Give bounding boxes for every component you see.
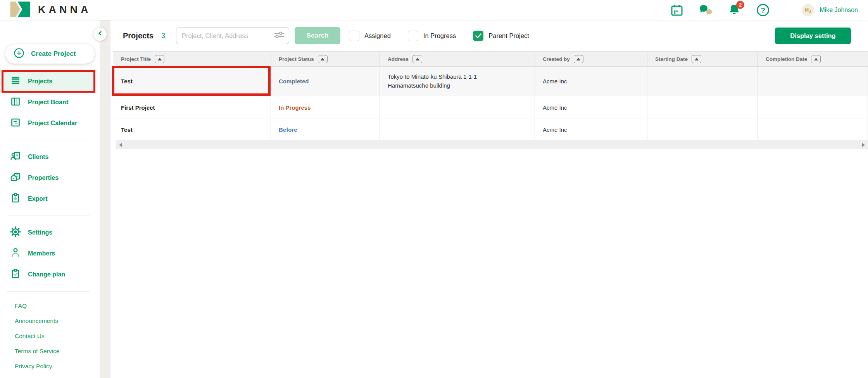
- sort-ascending-icon: [158, 58, 162, 60]
- sort-button[interactable]: [692, 55, 701, 63]
- cell-address: [380, 119, 535, 140]
- create-project-button[interactable]: Create Project: [5, 44, 95, 64]
- sort-button[interactable]: [412, 55, 422, 63]
- top-bar: KANNA 2: [0, 0, 868, 20]
- cell-project-title: Test: [113, 67, 271, 96]
- sidebar-item-label: Members: [28, 250, 55, 257]
- cell-created-by: Acme Inc: [535, 119, 647, 140]
- sort-ascending-icon: [695, 58, 699, 60]
- checkbox-unchecked-icon[interactable]: [349, 31, 359, 41]
- sidebar-item-export[interactable]: Export: [0, 188, 95, 209]
- page-title: Projects: [123, 31, 154, 40]
- topbar-divider: [786, 3, 786, 17]
- sidebar: Create Project Projects: [0, 20, 100, 378]
- sort-button[interactable]: [318, 55, 328, 63]
- help-icon[interactable]: ?: [756, 3, 770, 17]
- sort-ascending-icon: [814, 58, 818, 60]
- sort-button[interactable]: [811, 55, 821, 63]
- column-header-created-by: Created by: [535, 52, 647, 66]
- cell-address: Tokyo-to Minato-ku Shibaura 1-1-1 Hamama…: [380, 67, 535, 96]
- cell-completion-date: [758, 119, 868, 140]
- board-columns-icon: [10, 96, 21, 109]
- filter-in-progress[interactable]: In Progress: [408, 31, 456, 41]
- projects-list-icon: [10, 75, 21, 88]
- calendar-icon[interactable]: [670, 3, 684, 17]
- clipboard-check-icon: [10, 268, 21, 281]
- cell-completion-date: [758, 96, 868, 119]
- sidebar-item-label: Change plan: [28, 271, 65, 278]
- user-menu[interactable]: MJ Mike Johnson: [802, 4, 858, 16]
- sidebar-divider: [7, 291, 90, 292]
- cell-starting-date: [647, 119, 758, 140]
- checkbox-checked-icon[interactable]: [473, 31, 483, 41]
- kanna-logo-icon: [10, 2, 30, 19]
- link-announcements[interactable]: Announcements: [15, 313, 100, 328]
- search-input[interactable]: [182, 32, 271, 40]
- column-header-project-title: Project Title: [113, 52, 271, 66]
- filter-parent-project[interactable]: Parent Project: [473, 31, 529, 41]
- sort-button[interactable]: [574, 55, 583, 63]
- filter-label: Parent Project: [488, 32, 529, 40]
- cell-project-status: In Progress: [271, 96, 380, 119]
- cell-created-by: Acme Inc: [535, 96, 647, 119]
- sidebar-item-project-board[interactable]: Project Board: [0, 92, 95, 113]
- cell-project-title: Test: [113, 119, 271, 140]
- filter-label: Assigned: [364, 32, 391, 40]
- plus-circle-icon: [13, 47, 25, 60]
- link-privacy-policy[interactable]: Privacy Policy: [15, 359, 100, 374]
- user-name: Mike Johnson: [820, 7, 858, 14]
- cell-created-by: Acme Inc: [535, 67, 647, 96]
- chevron-left-icon: [98, 31, 102, 38]
- sidebar-item-properties[interactable]: Properties: [0, 167, 95, 188]
- cell-address: [380, 96, 535, 119]
- main-content: Projects 3 Search Assigned In Progress: [110, 20, 868, 378]
- notification-badge: 2: [736, 1, 744, 9]
- horizontal-scrollbar[interactable]: [116, 140, 868, 149]
- cell-project-status: Completed: [271, 67, 380, 96]
- projects-table: Project Title Project Status Address Cre…: [113, 51, 868, 149]
- calendar-lines-icon: [10, 117, 21, 129]
- link-terms-of-service[interactable]: Terms of Service: [15, 343, 100, 359]
- scroll-left-arrow-icon[interactable]: [119, 143, 122, 147]
- display-setting-button[interactable]: Display setting: [775, 28, 851, 44]
- sidebar-item-project-calendar[interactable]: Project Calendar: [0, 113, 95, 134]
- cell-starting-date: [647, 96, 758, 119]
- table-header-row: Project Title Project Status Address Cre…: [113, 51, 868, 67]
- sidebar-item-label: Export: [28, 195, 48, 202]
- bell-icon[interactable]: 2: [727, 3, 742, 17]
- filter-sliders-icon[interactable]: [274, 31, 284, 41]
- cell-starting-date: [647, 67, 758, 96]
- sidebar-item-label: Project Calendar: [28, 120, 77, 127]
- sidebar-collapse-button[interactable]: [93, 28, 107, 41]
- link-faq[interactable]: FAQ: [15, 298, 100, 313]
- sidebar-item-label: Project Board: [28, 99, 69, 106]
- controls-bar: Projects 3 Search Assigned In Progress: [110, 20, 868, 51]
- export-download-icon: [10, 193, 21, 205]
- search-button[interactable]: Search: [295, 27, 340, 44]
- brand-logo[interactable]: KANNA: [10, 2, 91, 19]
- sidebar-divider: [7, 140, 90, 140]
- filter-label: In Progress: [423, 32, 456, 40]
- chat-icon[interactable]: [698, 3, 713, 17]
- sidebar-item-label: Clients: [28, 154, 48, 161]
- sidebar-item-clients[interactable]: Clients: [0, 147, 95, 167]
- table-row[interactable]: Test Before Acme Inc: [113, 119, 868, 140]
- sidebar-item-members[interactable]: Members: [0, 243, 95, 264]
- sidebar-item-projects[interactable]: Projects: [0, 71, 95, 92]
- person-icon: [10, 247, 21, 260]
- sidebar-item-label: Settings: [28, 229, 52, 236]
- link-contact-us[interactable]: Contact Us: [15, 328, 100, 343]
- scroll-right-arrow-icon[interactable]: [862, 143, 865, 147]
- brand-wordmark: KANNA: [38, 4, 91, 16]
- sort-button[interactable]: [155, 55, 164, 63]
- column-header-starting-date: Starting Date: [647, 52, 758, 66]
- table-row[interactable]: First Project In Progress Acme Inc: [113, 96, 868, 119]
- table-row[interactable]: Test Completed Tokyo-to Minato-ku Shibau…: [113, 67, 868, 96]
- sidebar-divider: [7, 216, 90, 216]
- house-card-icon: [10, 172, 21, 184]
- checkbox-unchecked-icon[interactable]: [408, 31, 418, 41]
- filter-assigned[interactable]: Assigned: [349, 31, 391, 41]
- sidebar-item-settings[interactable]: Settings: [0, 222, 95, 243]
- client-card-icon: [10, 151, 21, 163]
- sidebar-item-change-plan[interactable]: Change plan: [0, 264, 95, 285]
